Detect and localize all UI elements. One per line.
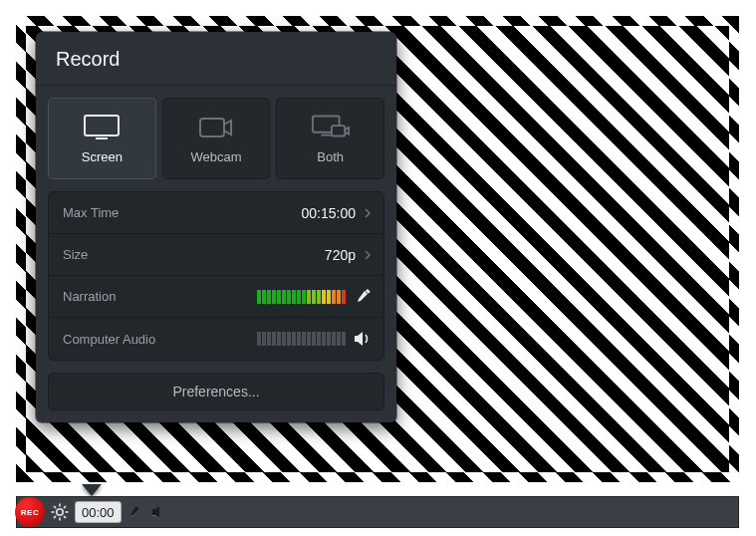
setting-label: Size [63, 247, 325, 262]
setting-narration[interactable]: Narration [49, 276, 383, 318]
svg-line-15 [64, 506, 66, 508]
mode-label: Webcam [190, 149, 241, 164]
settings-button[interactable] [49, 501, 71, 523]
resize-handle-top-left[interactable] [14, 14, 34, 34]
svg-line-12 [54, 506, 56, 508]
preferences-button[interactable]: Preferences... [48, 373, 384, 410]
setting-label: Narration [63, 289, 257, 304]
audio-level-meter [257, 332, 346, 346]
resize-handle-bottom-right[interactable] [721, 464, 741, 484]
mode-label: Screen [82, 149, 123, 164]
record-label: REC [21, 508, 39, 517]
mode-webcam-button[interactable]: Webcam [162, 98, 271, 179]
both-icon [311, 114, 351, 141]
gear-icon [51, 503, 69, 521]
screen-icon [82, 114, 122, 141]
panel-title: Record [36, 32, 396, 86]
mode-both-button[interactable]: Both [276, 98, 384, 179]
mode-label: Both [317, 149, 344, 164]
setting-value: 00:15:00 [302, 205, 357, 221]
microphone-status-icon[interactable] [126, 504, 145, 520]
settings-list: Max Time 00:15:00 Size 720p Narration [48, 191, 384, 361]
chevron-right-icon [360, 250, 376, 260]
webcam-icon [196, 114, 236, 141]
record-button[interactable]: REC [15, 497, 45, 527]
setting-size[interactable]: Size 720p [49, 234, 383, 276]
svg-rect-1 [96, 137, 108, 139]
timer-display: 00:00 [75, 501, 122, 523]
svg-rect-4 [321, 134, 331, 135]
svg-point-7 [57, 509, 63, 515]
setting-computer-audio[interactable]: Computer Audio [49, 318, 383, 360]
svg-line-13 [64, 516, 66, 518]
preferences-label: Preferences... [172, 384, 259, 400]
microphone-icon [352, 288, 374, 306]
speaker-status-icon[interactable] [149, 505, 169, 519]
chevron-right-icon [360, 208, 376, 218]
setting-label: Max Time [63, 205, 302, 220]
narration-level-meter [257, 290, 346, 304]
mode-screen-button[interactable]: Screen [48, 98, 156, 179]
panel-pointer [82, 484, 102, 496]
svg-rect-2 [200, 119, 224, 136]
svg-line-14 [54, 516, 56, 518]
speaker-icon [352, 331, 374, 347]
setting-max-time[interactable]: Max Time 00:15:00 [49, 192, 383, 234]
setting-value: 720p [325, 247, 356, 263]
resize-handle-bottom-left[interactable] [14, 464, 34, 484]
svg-rect-0 [85, 116, 119, 135]
setting-label: Computer Audio [63, 332, 257, 347]
status-bar: REC 00:00 [16, 496, 739, 528]
record-panel: Record Screen Webcam Both [36, 32, 396, 422]
mode-selector: Screen Webcam Both [48, 98, 384, 179]
resize-handle-top-right[interactable] [721, 14, 741, 34]
svg-rect-5 [332, 126, 345, 135]
